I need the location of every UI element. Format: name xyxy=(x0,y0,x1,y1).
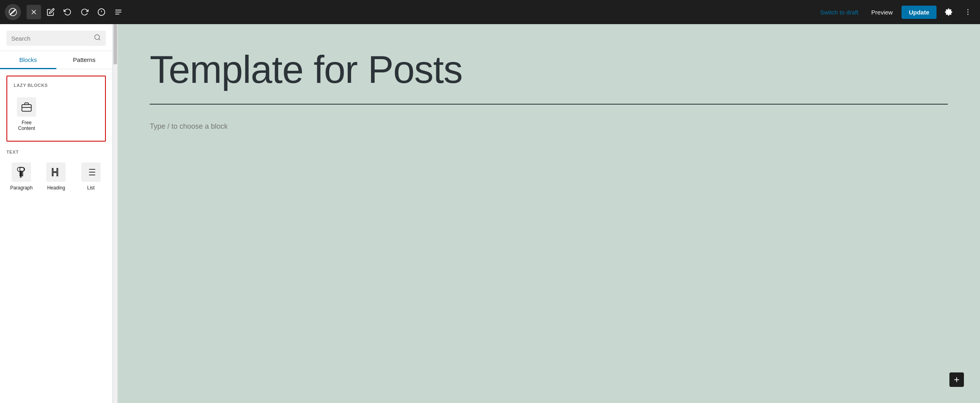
post-title[interactable]: Template for Posts xyxy=(150,48,948,91)
heading-icon xyxy=(50,167,62,178)
edit-button[interactable] xyxy=(43,5,58,19)
briefcase-icon xyxy=(21,101,32,113)
list-icon-wrapper xyxy=(81,162,101,182)
gear-icon xyxy=(945,8,953,16)
paragraph-label: Paragraph xyxy=(10,185,33,191)
svg-point-10 xyxy=(968,12,969,13)
close-button[interactable] xyxy=(27,5,41,19)
content-divider xyxy=(150,104,948,105)
block-item-free-content[interactable]: Free Content xyxy=(14,94,39,134)
svg-point-11 xyxy=(968,14,969,15)
tab-blocks[interactable]: Blocks xyxy=(0,51,56,69)
heading-icon-wrapper xyxy=(46,162,66,182)
toolbar-left xyxy=(5,4,815,20)
undo-button[interactable] xyxy=(60,5,75,19)
free-content-icon-wrapper xyxy=(17,97,36,117)
svg-rect-14 xyxy=(22,105,31,111)
editor-area[interactable]: Template for Posts Type / to choose a bl… xyxy=(118,24,980,403)
block-item-paragraph[interactable]: Paragraph xyxy=(6,159,36,194)
heading-label: Heading xyxy=(47,185,65,191)
wp-logo[interactable] xyxy=(5,4,21,20)
list-view-icon xyxy=(114,8,122,16)
edit-icon xyxy=(47,8,55,16)
list-label: List xyxy=(87,185,95,191)
scroll-track[interactable] xyxy=(113,24,118,403)
redo-icon xyxy=(80,8,89,16)
preview-button[interactable]: Preview xyxy=(867,6,897,18)
sidebar: Blocks Patterns LAZY BLOCKS xyxy=(0,24,113,403)
redo-button[interactable] xyxy=(77,5,92,19)
undo-icon xyxy=(64,8,72,16)
text-section: TEXT Paragraph xyxy=(6,150,106,194)
update-button[interactable]: Update xyxy=(902,6,937,19)
text-blocks-grid: Paragraph Heading xyxy=(6,159,106,194)
list-icon xyxy=(85,167,97,178)
block-placeholder[interactable]: Type / to choose a block xyxy=(150,117,948,136)
lazy-blocks-label: LAZY BLOCKS xyxy=(14,83,99,88)
text-section-label: TEXT xyxy=(6,150,106,154)
more-options-button[interactable] xyxy=(961,5,975,19)
list-view-button[interactable] xyxy=(111,5,126,19)
sidebar-content: LAZY BLOCKS Free Content xyxy=(0,69,112,403)
info-button[interactable] xyxy=(94,5,109,19)
tab-patterns[interactable]: Patterns xyxy=(56,51,113,69)
svg-point-12 xyxy=(95,35,99,39)
search-input[interactable] xyxy=(11,35,91,42)
block-item-heading[interactable]: Heading xyxy=(41,159,71,194)
paragraph-icon-wrapper xyxy=(12,162,31,182)
info-icon xyxy=(97,8,105,16)
svg-line-13 xyxy=(99,39,100,40)
wp-logo-icon xyxy=(8,7,18,17)
scroll-thumb[interactable] xyxy=(113,24,117,64)
search-input-wrapper[interactable] xyxy=(6,31,106,46)
lazy-blocks-section: LAZY BLOCKS Free Content xyxy=(6,76,106,142)
switch-to-draft-button[interactable]: Switch to draft xyxy=(816,6,862,18)
toolbar: Switch to draft Preview Update xyxy=(0,0,980,24)
paragraph-icon xyxy=(16,167,27,178)
close-icon xyxy=(30,8,38,16)
toolbar-right: Switch to draft Preview Update xyxy=(816,5,975,19)
free-content-label: Free Content xyxy=(17,120,36,131)
settings-button[interactable] xyxy=(941,5,956,19)
more-vertical-icon xyxy=(964,8,972,16)
lazy-blocks-grid: Free Content xyxy=(14,94,99,134)
search-bar xyxy=(0,24,112,51)
tabs: Blocks Patterns xyxy=(0,51,112,69)
add-block-button[interactable]: + xyxy=(949,372,964,387)
search-icon xyxy=(94,34,101,43)
svg-point-9 xyxy=(968,9,969,10)
block-item-list[interactable]: List xyxy=(76,159,106,194)
editor-content: Template for Posts Type / to choose a bl… xyxy=(118,24,980,403)
main-area: Blocks Patterns LAZY BLOCKS xyxy=(0,24,980,403)
